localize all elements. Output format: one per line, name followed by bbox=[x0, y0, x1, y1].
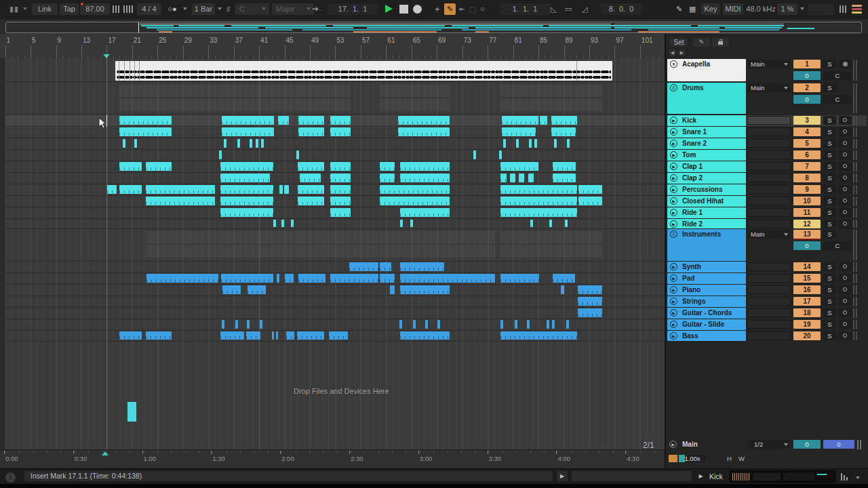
nudge-up-icon[interactable] bbox=[123, 5, 133, 13]
clip[interactable] bbox=[502, 116, 538, 125]
clip[interactable] bbox=[224, 139, 226, 148]
pan-box[interactable]: 0 bbox=[793, 95, 821, 104]
track-input-box[interactable]: Main bbox=[747, 83, 791, 92]
track-number[interactable]: 14 bbox=[793, 262, 821, 271]
clip[interactable] bbox=[399, 320, 402, 329]
track-play-icon[interactable]: ▶ bbox=[670, 332, 677, 340]
clip[interactable] bbox=[220, 208, 273, 217]
clip[interactable] bbox=[220, 197, 273, 205]
clip[interactable] bbox=[410, 220, 413, 227]
clip[interactable] bbox=[235, 320, 238, 329]
clip[interactable] bbox=[578, 285, 602, 294]
clip[interactable] bbox=[551, 116, 577, 125]
re-enable-automation-icon[interactable]: ↞ bbox=[458, 3, 465, 15]
clip[interactable] bbox=[146, 331, 172, 340]
clip[interactable] bbox=[500, 320, 503, 329]
freeze-button[interactable] bbox=[839, 297, 852, 306]
clip[interactable] bbox=[298, 274, 326, 283]
time-ruler[interactable]: 0:000:301:001:302:002:303:003:304:004:30 bbox=[0, 449, 665, 468]
clip[interactable] bbox=[566, 320, 569, 329]
input-caret[interactable] bbox=[784, 233, 788, 236]
track-lane-strings[interactable] bbox=[5, 296, 665, 308]
info-icon[interactable]: i bbox=[5, 472, 16, 483]
track-number[interactable]: 3 bbox=[793, 116, 821, 125]
clip[interactable] bbox=[146, 162, 172, 171]
track-input-box[interactable] bbox=[747, 127, 791, 136]
clip[interactable] bbox=[561, 285, 564, 294]
freeze-button[interactable] bbox=[839, 308, 852, 317]
main-pan-box[interactable]: 0 bbox=[793, 440, 821, 449]
track-header-synth[interactable]: ▶Synth bbox=[667, 262, 746, 272]
arrangement-area[interactable]: Drop Files and Devices Here bbox=[5, 58, 665, 449]
clip[interactable] bbox=[502, 127, 536, 136]
clip[interactable] bbox=[551, 127, 576, 136]
clip[interactable] bbox=[500, 197, 577, 205]
clip[interactable] bbox=[565, 220, 568, 227]
clip[interactable] bbox=[285, 274, 294, 283]
track-header-snare-1[interactable]: ▶Snare 1 bbox=[667, 127, 746, 138]
clip[interactable] bbox=[222, 320, 224, 329]
track-number[interactable]: 1 bbox=[793, 60, 821, 68]
clip[interactable] bbox=[553, 274, 575, 283]
stop-button[interactable] bbox=[399, 5, 408, 14]
track-lane-pad[interactable] bbox=[5, 273, 665, 285]
track-header-percussions[interactable]: ▶Percussions bbox=[667, 184, 746, 195]
track-play-icon[interactable]: ▶ bbox=[670, 309, 677, 317]
clip[interactable] bbox=[400, 162, 450, 171]
clip[interactable] bbox=[400, 220, 403, 227]
computer-midi-keyboard-icon[interactable]: ▦ bbox=[689, 3, 696, 15]
clip[interactable] bbox=[222, 116, 274, 125]
clip[interactable] bbox=[277, 274, 279, 283]
crossfade-box[interactable]: C bbox=[823, 241, 852, 250]
freeze-button[interactable] bbox=[839, 139, 852, 148]
clip[interactable] bbox=[400, 208, 450, 217]
freeze-button[interactable] bbox=[839, 220, 852, 228]
group-fold-icon[interactable]: ☰ bbox=[670, 230, 677, 238]
solo-button[interactable]: S bbox=[823, 185, 836, 194]
track-play-icon[interactable]: ▶ bbox=[670, 117, 677, 124]
track-lane-percussions[interactable] bbox=[5, 184, 665, 196]
clip[interactable] bbox=[247, 320, 250, 329]
track-header-tom[interactable]: ▶Tom bbox=[667, 150, 746, 161]
track-number[interactable]: 5 bbox=[793, 139, 821, 148]
main-selector[interactable]: 1/2 bbox=[747, 440, 791, 449]
clip[interactable] bbox=[134, 139, 137, 148]
clip[interactable] bbox=[567, 139, 570, 148]
clip[interactable] bbox=[398, 127, 450, 136]
track-input-box[interactable] bbox=[747, 162, 791, 171]
solo-button[interactable]: S bbox=[823, 116, 836, 125]
track-input-box[interactable] bbox=[747, 197, 791, 205]
track-play-icon[interactable]: ▶ bbox=[670, 128, 677, 136]
track-play-icon[interactable]: ▶ bbox=[670, 209, 677, 216]
clip[interactable] bbox=[298, 116, 324, 125]
pan-box[interactable]: 0 bbox=[793, 241, 821, 250]
session-record-icon[interactable]: ○ bbox=[480, 3, 485, 15]
clip[interactable] bbox=[500, 162, 538, 171]
track-input-box[interactable] bbox=[747, 116, 791, 125]
clip[interactable] bbox=[500, 174, 507, 182]
clip[interactable] bbox=[400, 285, 450, 294]
track-play-icon[interactable]: ▶ bbox=[670, 286, 677, 293]
track-lane-ride-1[interactable] bbox=[5, 207, 665, 219]
track-number[interactable]: 9 bbox=[793, 185, 821, 194]
track-number[interactable]: 6 bbox=[793, 150, 821, 159]
solo-button[interactable]: S bbox=[823, 139, 836, 148]
track-input-box[interactable] bbox=[747, 308, 791, 317]
punch-out-icon[interactable]: ◿ bbox=[582, 3, 587, 15]
solo-button[interactable]: S bbox=[823, 220, 836, 228]
track-input-box[interactable]: Main bbox=[747, 230, 791, 239]
clip[interactable] bbox=[500, 208, 577, 217]
quantize-menu[interactable]: 1 Bar bbox=[192, 3, 215, 15]
clip[interactable] bbox=[248, 285, 266, 294]
track-lane-guitar-chords[interactable] bbox=[5, 308, 665, 319]
clip[interactable] bbox=[390, 285, 395, 294]
track-input-box[interactable] bbox=[747, 150, 791, 159]
track-header-strings[interactable]: ▶Strings bbox=[667, 296, 746, 307]
track-number[interactable]: 4 bbox=[793, 127, 821, 136]
track-input-box[interactable] bbox=[747, 185, 791, 194]
main-play-icon[interactable]: ▶ bbox=[669, 441, 677, 448]
key-scale-caret[interactable] bbox=[307, 7, 311, 10]
solo-button[interactable]: S bbox=[823, 274, 836, 283]
track-header-bass[interactable]: ▶Bass bbox=[667, 331, 746, 341]
track-input-box[interactable] bbox=[747, 174, 791, 182]
